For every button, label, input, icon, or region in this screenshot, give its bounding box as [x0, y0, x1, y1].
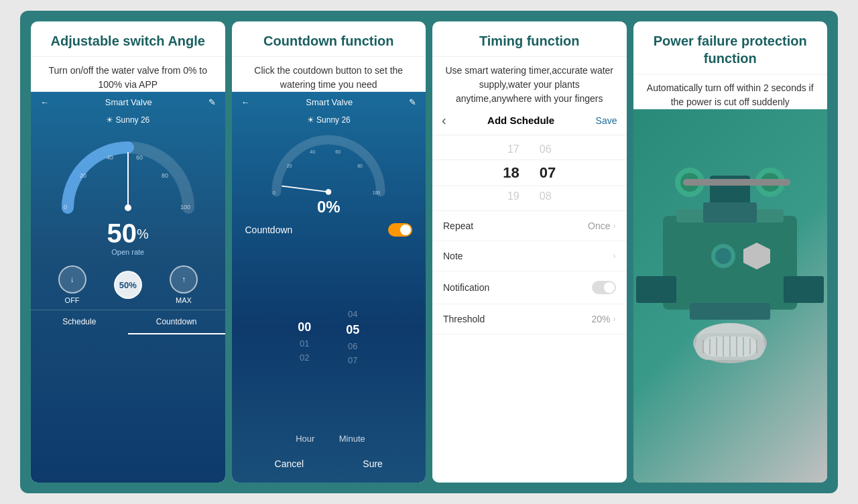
svg-text:100: 100: [373, 190, 381, 195]
svg-text:0: 0: [64, 204, 67, 210]
sched-title: Add Schedule: [487, 115, 554, 126]
card2-title: Countdown function: [241, 32, 417, 50]
card3-title: Timing function: [442, 32, 617, 50]
phone1-back-icon[interactable]: ←: [40, 97, 49, 107]
sched-back-icon[interactable]: ‹: [442, 113, 446, 128]
sched-repeat-chevron: ›: [613, 221, 616, 231]
phone2-weather: ☀ Sunny 26: [232, 113, 426, 127]
gauge2-svg: 0 20 40 60 80 100: [265, 134, 392, 198]
sure-button[interactable]: Sure: [349, 454, 396, 473]
svg-text:100: 100: [180, 204, 190, 210]
sched-notif-label: Notification: [443, 282, 489, 293]
card4-desc: Automatically turn off within 2 seconds …: [633, 74, 828, 109]
svg-text:40: 40: [310, 149, 316, 154]
sched-repeat-row[interactable]: Repeat Once ›: [432, 211, 627, 241]
sched-threshold-val: 20%: [591, 314, 610, 324]
sched-threshold-value: 20% ›: [591, 314, 615, 324]
time-row-3: 19 08: [432, 186, 627, 206]
gauge1-unit: %: [137, 227, 149, 241]
svg-text:60: 60: [136, 154, 143, 161]
valve-image: [633, 109, 828, 483]
phone1-title: Smart Valve: [105, 97, 152, 107]
card4-title: Power failure protection function: [643, 32, 818, 67]
ctrl-max-circle: ↑: [170, 265, 198, 294]
sched-note-chevron: ›: [613, 251, 616, 261]
ctrl-off-label: OFF: [65, 296, 80, 304]
ctrl-50[interactable]: 50%: [114, 271, 142, 299]
svg-point-15: [326, 189, 332, 195]
weather2-icon: ☀ Sunny 26: [307, 115, 351, 125]
sched-threshold-label: Threshold: [443, 314, 485, 324]
countdown-actions: Cancel Sure: [232, 446, 426, 483]
card-power-failure: Power failure protection function Automa…: [633, 21, 828, 483]
min-current[interactable]: 05: [346, 321, 359, 339]
card2-header: Countdown function: [232, 21, 426, 57]
hour-next2: 02: [300, 351, 309, 365]
countdown-toggle-row: Countdown: [232, 216, 426, 243]
sched-threshold-chevron: ›: [613, 314, 616, 324]
svg-text:0: 0: [273, 190, 275, 195]
minute-label: Minute: [332, 434, 372, 444]
time-minute-2: 07: [540, 164, 556, 182]
sched-repeat-label: Repeat: [443, 220, 473, 231]
time-scroll: 17 06 18 07 19 08: [432, 135, 627, 211]
ctrl-max-label: MAX: [176, 296, 192, 304]
main-container: Adjustable switch Angle Turn on/off the …: [20, 11, 838, 493]
ctrl-50-value: 50%: [119, 280, 137, 290]
ctrl-off-circle: ↓: [58, 265, 86, 294]
phone1-nav: Schedule Countdown: [31, 310, 225, 334]
svg-rect-25: [690, 303, 770, 320]
time-minute-1: 06: [540, 143, 552, 155]
ctrl-off[interactable]: ↓ OFF: [58, 265, 86, 304]
phone2-back-icon[interactable]: ←: [241, 97, 250, 107]
min-prev2: 04: [348, 307, 357, 321]
hour-current[interactable]: 00: [298, 318, 311, 336]
sched-save-button[interactable]: Save: [596, 115, 617, 126]
countdown-label-text: Countdown: [245, 225, 293, 235]
gauge1-svg: 0 20 40 60 80 100: [54, 134, 202, 214]
svg-text:20: 20: [287, 164, 292, 168]
countdown-unit: %: [326, 198, 340, 216]
hour-next1: 01: [300, 336, 309, 351]
sched-header: ‹ Add Schedule Save: [432, 106, 627, 135]
svg-rect-43: [683, 179, 790, 186]
nav1-countdown[interactable]: Countdown: [128, 310, 225, 334]
nav1-schedule[interactable]: Schedule: [31, 310, 128, 334]
sched-notif-row[interactable]: Notification: [432, 271, 627, 304]
time-labels: Hour Minute: [232, 431, 426, 446]
card4-header: Power failure protection function: [633, 21, 828, 74]
time-row-2-selected[interactable]: 18 07: [432, 160, 627, 186]
phone1-controls: ↓ OFF 50% ↑ MAX: [31, 256, 225, 310]
sched-repeat-value: Once ›: [588, 220, 615, 231]
hour-col: 00 01 02: [284, 310, 324, 365]
time-hour-2: 18: [503, 164, 519, 182]
time-picker: 00 01 02 04 05 06 07: [232, 243, 426, 431]
cancel-button[interactable]: Cancel: [261, 454, 318, 473]
svg-text:60: 60: [336, 149, 341, 154]
card1-desc: Turn on/off the water valve from 0% to 1…: [31, 57, 225, 92]
svg-text:40: 40: [107, 154, 113, 161]
phone2-title: Smart Valve: [306, 97, 353, 107]
phone2-header: ← Smart Valve ✎: [232, 92, 426, 113]
svg-text:80: 80: [357, 164, 363, 168]
gauge1-container: 0 20 40 60 80 100: [31, 127, 225, 214]
sched-notif-toggle[interactable]: [592, 281, 616, 294]
countdown-toggle[interactable]: [388, 223, 412, 237]
svg-text:20: 20: [80, 172, 86, 179]
card3-header: Timing function: [432, 21, 627, 57]
phone2-edit-icon[interactable]: ✎: [409, 97, 416, 107]
card-timing: Timing function Use smart watering timer…: [432, 21, 627, 483]
ctrl-50-circle: 50%: [114, 271, 142, 299]
svg-line-14: [282, 186, 328, 192]
card1-title: Adjustable switch Angle: [40, 32, 216, 50]
sched-note-row[interactable]: Note ›: [432, 241, 627, 271]
hour-label: Hour: [285, 434, 325, 444]
svg-point-7: [125, 204, 131, 211]
svg-text:80: 80: [162, 172, 168, 179]
svg-rect-21: [703, 202, 757, 223]
gauge1-label: Open rate: [31, 248, 225, 256]
sched-threshold-row[interactable]: Threshold 20% ›: [432, 304, 627, 334]
ctrl-max[interactable]: ↑ MAX: [170, 265, 198, 304]
phone1-edit-icon[interactable]: ✎: [208, 97, 216, 107]
sched-note-label: Note: [443, 251, 463, 261]
